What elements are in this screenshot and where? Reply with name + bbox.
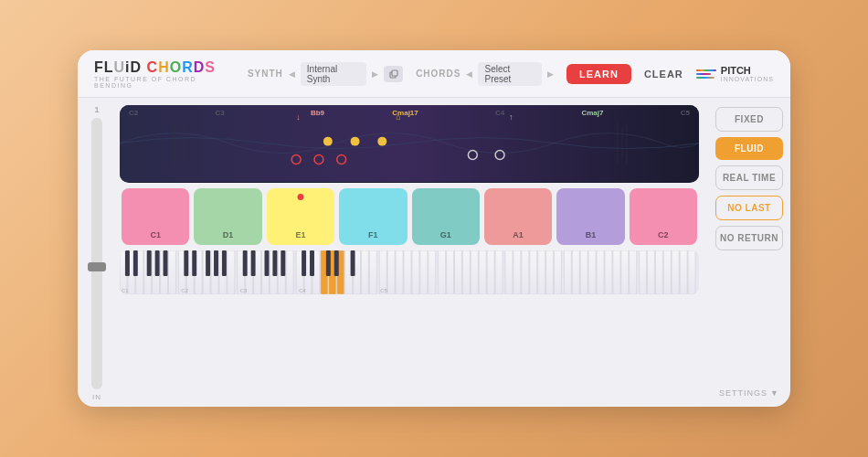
synth-prev-btn[interactable]: ◀ bbox=[289, 69, 295, 79]
slider-thumb[interactable] bbox=[88, 262, 106, 271]
settings-row[interactable]: SETTINGS ▼ bbox=[715, 388, 783, 398]
svg-point-10 bbox=[351, 137, 360, 146]
svg-rect-77 bbox=[597, 250, 604, 294]
svg-text:C1: C1 bbox=[122, 288, 129, 293]
svg-rect-96 bbox=[206, 250, 210, 276]
svg-rect-67 bbox=[513, 250, 521, 294]
no-return-button[interactable]: NO RETURN bbox=[715, 226, 783, 250]
svg-rect-75 bbox=[580, 250, 587, 294]
svg-rect-76 bbox=[588, 250, 596, 294]
svg-rect-83 bbox=[648, 250, 655, 294]
chord-key-f1[interactable]: F1 bbox=[339, 188, 407, 245]
chord-key-c1[interactable]: C1 bbox=[122, 188, 189, 245]
svg-rect-108 bbox=[351, 250, 355, 276]
synth-section: SYNTH ◀ Internal Synth ▶ bbox=[248, 62, 403, 86]
svg-rect-73 bbox=[564, 250, 571, 294]
slider-track[interactable] bbox=[91, 118, 102, 389]
viz-label-c3: C3 bbox=[215, 109, 224, 117]
svg-rect-62 bbox=[471, 250, 478, 294]
svg-rect-72 bbox=[555, 250, 562, 294]
svg-rect-63 bbox=[479, 250, 486, 294]
body-area: 1 IN bbox=[78, 98, 790, 407]
chord-key-b1[interactable]: B1 bbox=[556, 188, 624, 245]
slider-number: 1 bbox=[94, 105, 99, 114]
svg-rect-95 bbox=[192, 250, 196, 276]
viz-label-c4: C4 bbox=[495, 109, 504, 117]
chord-key-a1[interactable]: A1 bbox=[484, 188, 552, 245]
svg-rect-100 bbox=[251, 250, 256, 276]
svg-rect-55 bbox=[412, 250, 419, 294]
logo-area: FLUiD CHORDS THE FUTURE OF CHORD BENDING bbox=[94, 59, 235, 89]
svg-text:C3: C3 bbox=[240, 288, 248, 293]
svg-rect-64 bbox=[487, 250, 494, 294]
svg-rect-81 bbox=[630, 250, 637, 294]
left-slider-area: 1 IN bbox=[78, 98, 116, 407]
svg-text:C2: C2 bbox=[181, 288, 188, 293]
svg-text:C4: C4 bbox=[299, 288, 306, 293]
chords-next-btn[interactable]: ▶ bbox=[547, 69, 554, 79]
svg-rect-82 bbox=[640, 250, 647, 294]
main-panel: FLUiD CHORDS THE FUTURE OF CHORD BENDING… bbox=[78, 50, 790, 407]
chord-key-g1[interactable]: G1 bbox=[412, 188, 480, 245]
svg-point-9 bbox=[323, 137, 333, 146]
viz-label-cmaj7: Cmaj7 bbox=[581, 109, 603, 117]
chord-key-d1[interactable]: D1 bbox=[194, 188, 261, 245]
svg-rect-90 bbox=[133, 250, 138, 276]
svg-rect-93 bbox=[164, 250, 168, 276]
viz-label-bb9: Bb9 bbox=[311, 109, 324, 117]
svg-rect-58 bbox=[439, 250, 446, 294]
real-time-button[interactable]: REAL TIME bbox=[715, 165, 783, 190]
settings-chevron-icon: ▼ bbox=[770, 388, 779, 398]
svg-rect-69 bbox=[530, 250, 537, 294]
svg-rect-99 bbox=[243, 250, 248, 276]
innovations-text: INNOVATIONS bbox=[721, 76, 774, 83]
settings-label: SETTINGS bbox=[719, 388, 767, 398]
svg-rect-52 bbox=[387, 250, 395, 294]
chords-value: Select Preset bbox=[478, 62, 542, 86]
svg-rect-70 bbox=[538, 250, 545, 294]
header-bar: FLUiD CHORDS THE FUTURE OF CHORD BENDING… bbox=[78, 50, 790, 98]
svg-point-11 bbox=[377, 137, 386, 146]
clear-button[interactable]: CLEAR bbox=[644, 69, 683, 80]
svg-rect-80 bbox=[621, 250, 629, 294]
fluid-button[interactable]: FLUID bbox=[715, 137, 783, 160]
chord-key-e1[interactable]: E1 bbox=[267, 188, 334, 245]
chords-label: CHORDS bbox=[416, 69, 460, 79]
fixed-button[interactable]: FIXED bbox=[715, 107, 783, 132]
svg-rect-85 bbox=[663, 250, 671, 294]
svg-rect-88 bbox=[688, 250, 695, 294]
svg-rect-65 bbox=[495, 250, 503, 294]
pitch-text: PITCH bbox=[721, 65, 774, 76]
svg-rect-79 bbox=[613, 250, 620, 294]
svg-rect-49 bbox=[361, 250, 368, 294]
svg-rect-91 bbox=[147, 250, 152, 276]
pitch-innovations-logo: PITCH INNOVATIONS bbox=[696, 65, 774, 83]
viz-label-c5: C5 bbox=[681, 109, 690, 117]
visualization-panel: ↓ ↑ ⌂ C2 C3 Bb9 Cmaj17 C4 Cmaj7 C5 bbox=[120, 105, 699, 183]
logo-fluid: FLUiD CHORDS bbox=[94, 59, 235, 76]
synth-next-btn[interactable]: ▶ bbox=[372, 69, 378, 79]
right-panel: FIXED FLUID REAL TIME NO LAST NO RETURN … bbox=[708, 98, 790, 407]
logo-subtitle: THE FUTURE OF CHORD BENDING bbox=[94, 76, 235, 89]
learn-button[interactable]: LEARN bbox=[566, 64, 631, 84]
svg-rect-26 bbox=[168, 250, 175, 294]
svg-rect-105 bbox=[310, 250, 314, 276]
svg-rect-102 bbox=[272, 250, 277, 276]
chord-key-c2[interactable]: C2 bbox=[630, 188, 697, 245]
svg-text:C5: C5 bbox=[380, 288, 387, 293]
no-last-button[interactable]: NO LAST bbox=[715, 196, 783, 220]
svg-rect-61 bbox=[462, 250, 470, 294]
piano-area: C1 C2 C3 C4 C5 bbox=[120, 250, 699, 294]
slider-in-label: IN bbox=[92, 393, 101, 401]
svg-rect-56 bbox=[420, 250, 428, 294]
synth-label: SYNTH bbox=[248, 69, 283, 79]
svg-rect-60 bbox=[455, 250, 462, 294]
chords-prev-btn[interactable]: ◀ bbox=[466, 69, 472, 79]
synth-copy-btn[interactable] bbox=[384, 66, 403, 82]
svg-rect-57 bbox=[429, 250, 436, 294]
svg-rect-94 bbox=[184, 250, 188, 276]
svg-rect-89 bbox=[125, 250, 130, 276]
viz-label-c2: C2 bbox=[129, 109, 138, 117]
chord-keys-row: C1 D1 E1 F1 G1 A1 B1 bbox=[120, 188, 699, 245]
piano-svg: C1 C2 C3 C4 C5 bbox=[120, 250, 699, 294]
